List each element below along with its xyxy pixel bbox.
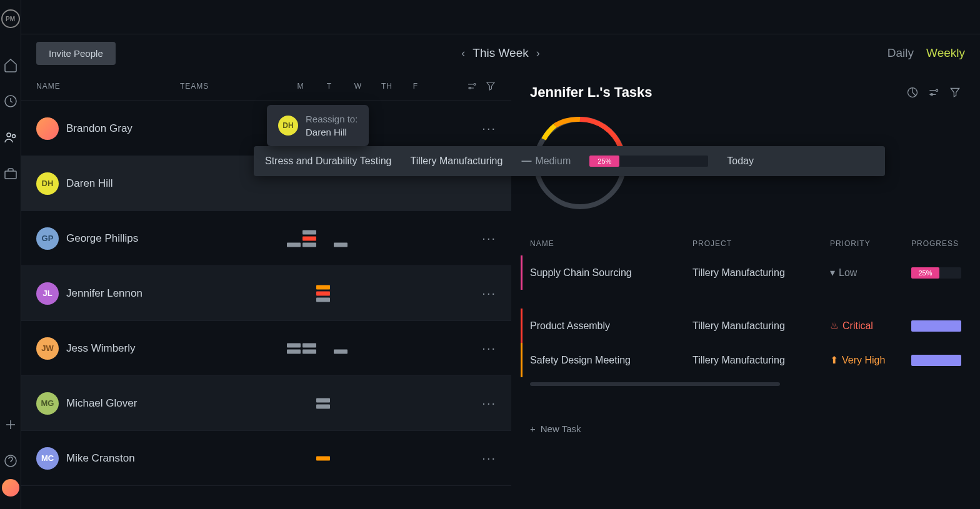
view-daily[interactable]: Daily: [888, 46, 914, 60]
tasks-panel: Jennifer L.'s Tasks 4: [511, 72, 980, 509]
home-icon[interactable]: [3, 57, 18, 72]
help-icon[interactable]: [3, 453, 18, 468]
col-day-f: F: [401, 82, 430, 91]
reassign-tooltip: DH Reassign to: Daren Hill: [267, 105, 369, 146]
task-row[interactable]: Safety Design Meeting Tillery Manufactur…: [521, 343, 961, 377]
week-navigator: ‹ This Week ›: [461, 46, 539, 60]
task-row[interactable]: Product Assembly Tillery Manufacturing ♨…: [521, 309, 961, 343]
fire-icon: ♨: [830, 320, 839, 332]
task-row[interactable]: Supply Chain Sourcing Tillery Manufactur…: [521, 255, 961, 290]
pie-icon[interactable]: [906, 86, 919, 99]
progress-value: [911, 355, 961, 366]
svg-point-1: [7, 133, 11, 137]
scrollbar[interactable]: [530, 382, 780, 386]
person-row[interactable]: MG Michael Glover ···: [21, 376, 511, 431]
more-icon[interactable]: ···: [482, 121, 496, 136]
invite-button[interactable]: Invite People: [36, 42, 116, 65]
avatar: MG: [36, 392, 59, 415]
col-day-th: TH: [372, 82, 401, 91]
column-headers: NAME TEAMS M T W TH F: [21, 72, 511, 101]
person-row[interactable]: MC Mike Cranston ···: [21, 431, 511, 486]
drag-task-project: Tillery Manufacturing: [410, 156, 502, 167]
avatar: MC: [36, 447, 59, 470]
progress-value: 25%: [589, 156, 619, 167]
filter-icon[interactable]: [949, 86, 961, 99]
filter-icon[interactable]: [485, 81, 496, 92]
col-teams: TEAMS: [180, 82, 286, 91]
view-weekly[interactable]: Weekly: [926, 46, 965, 60]
drag-task-progress: 25%: [589, 156, 708, 167]
task-name: Product Assembly: [530, 320, 692, 332]
avatar: JL: [36, 282, 59, 305]
person-name: George Phillips: [66, 232, 138, 245]
avatar: DH: [36, 172, 59, 195]
person-row[interactable]: GP George Phillips ···: [21, 211, 511, 266]
svg-point-5: [474, 84, 476, 86]
panel-title: Jennifer L.'s Tasks: [530, 84, 652, 101]
new-task-label: New Task: [541, 423, 581, 434]
drag-task-due: Today: [727, 156, 754, 167]
new-task-button[interactable]: + New Task: [530, 423, 961, 434]
prev-week-icon[interactable]: ‹: [461, 47, 465, 60]
next-week-icon[interactable]: ›: [536, 47, 540, 60]
drag-task-priority: —Medium: [521, 156, 571, 167]
avatar: GP: [36, 227, 59, 250]
task-project: Tillery Manufacturing: [692, 267, 830, 279]
person-name: Jennifer Lennon: [66, 287, 142, 300]
chevron-down-icon: ▾: [830, 267, 835, 279]
user-avatar[interactable]: [2, 479, 19, 497]
svg-point-2: [12, 135, 15, 138]
plus-icon[interactable]: [3, 417, 18, 432]
header: Invite People ‹ This Week › Daily Weekly: [21, 34, 980, 72]
more-icon[interactable]: ···: [482, 231, 496, 245]
person-name: Jess Wimberly: [66, 342, 136, 355]
person-name: Michael Glover: [66, 397, 137, 410]
person-name: Daren Hill: [66, 177, 113, 190]
person-name: Brandon Gray: [66, 122, 132, 135]
drag-task-name: Stress and Durability Testing: [265, 156, 391, 167]
svg-rect-3: [5, 171, 16, 179]
main-area: Invite People ‹ This Week › Daily Weekly…: [21, 0, 980, 509]
task-priority: ♨Critical: [830, 320, 911, 332]
more-icon[interactable]: ···: [482, 451, 496, 465]
sidebar: PM: [0, 0, 21, 509]
task-column-headers: NAME PROJECT PRIORITY PROGRESS: [530, 232, 961, 255]
person-name: Mike Cranston: [66, 452, 135, 465]
people-panel: NAME TEAMS M T W TH F Brandon Gray: [21, 72, 511, 509]
person-row[interactable]: JL Jennifer Lennon ···: [21, 266, 511, 321]
plus-icon: +: [530, 423, 536, 434]
settings-icon[interactable]: [928, 86, 940, 99]
col-name: NAME: [36, 82, 180, 91]
th-progress: PROGRESS: [911, 239, 961, 248]
progress-value: 25%: [911, 267, 939, 279]
week-label: This Week: [472, 46, 528, 60]
briefcase-icon[interactable]: [3, 166, 18, 181]
col-day-w: W: [344, 82, 372, 91]
arrow-up-icon: ⬆: [830, 354, 838, 366]
tooltip-name: Daren Hill: [306, 126, 358, 139]
more-icon[interactable]: ···: [482, 286, 496, 300]
dash-icon: —: [521, 156, 531, 167]
task-name: Safety Design Meeting: [530, 355, 692, 366]
th-priority: PRIORITY: [830, 239, 911, 248]
clock-icon[interactable]: [3, 94, 18, 109]
more-icon[interactable]: ···: [482, 341, 496, 355]
dragged-task[interactable]: Stress and Durability Testing Tillery Ma…: [254, 146, 885, 176]
avatar: [36, 117, 59, 140]
th-name: NAME: [530, 239, 692, 248]
view-toggle: Daily Weekly: [888, 46, 965, 60]
people-icon[interactable]: [3, 130, 18, 145]
more-icon[interactable]: ···: [482, 396, 496, 410]
task-project: Tillery Manufacturing: [692, 320, 830, 332]
svg-point-8: [936, 89, 938, 91]
task-priority: ⬆Very High: [830, 354, 911, 366]
person-row[interactable]: JW Jess Wimberly ···: [21, 321, 511, 376]
task-name: Supply Chain Sourcing: [530, 267, 692, 279]
avatar: JW: [36, 337, 59, 360]
app-logo[interactable]: PM: [1, 9, 20, 28]
th-project: PROJECT: [692, 239, 830, 248]
col-day-m: M: [286, 82, 315, 91]
settings-icon[interactable]: [466, 81, 478, 92]
col-day-t: T: [315, 82, 344, 91]
task-priority: ▾Low: [830, 267, 911, 279]
